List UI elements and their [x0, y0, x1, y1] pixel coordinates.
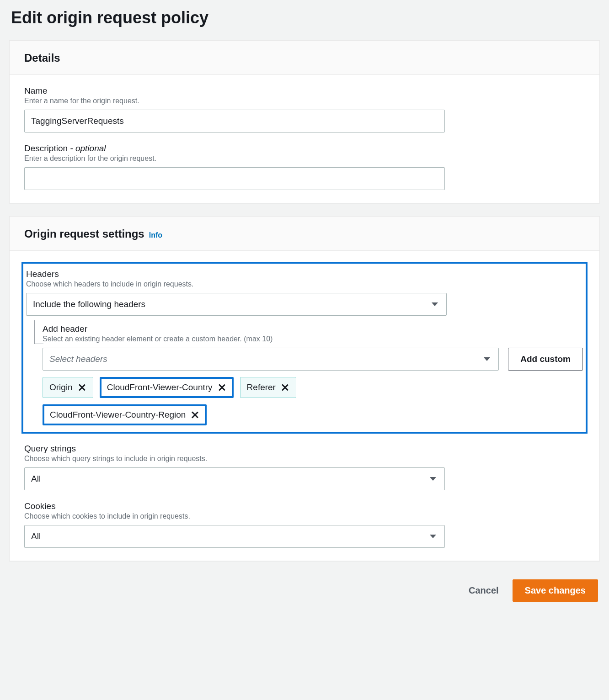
add-header-subsection: Add header Select an existing header ele… [26, 324, 583, 371]
cookies-select[interactable]: All [24, 525, 445, 548]
headers-select[interactable]: Include the following headers [26, 293, 447, 316]
query-strings-label: Query strings [24, 444, 585, 454]
cookies-hint: Choose which cookies to include in origi… [24, 512, 585, 520]
settings-heading: Origin request settings [24, 228, 144, 240]
close-icon[interactable] [280, 383, 289, 392]
select-headers-placeholder: Select headers [49, 354, 107, 364]
settings-panel: Origin request settings Info Headers Cho… [9, 216, 600, 561]
page-title: Edit origin request policy [9, 0, 600, 40]
connector-line [34, 320, 43, 344]
cookies-field: Cookies Choose which cookies to include … [24, 501, 585, 548]
chevron-down-icon [430, 477, 436, 481]
close-icon[interactable] [77, 383, 86, 392]
name-field: Name Enter a name for the origin request… [24, 86, 585, 133]
description-input[interactable] [24, 167, 445, 190]
query-strings-select-value: All [31, 474, 41, 484]
query-strings-field: Query strings Choose which query strings… [24, 444, 585, 490]
select-headers-dropdown[interactable]: Select headers [43, 348, 499, 371]
details-panel: Details Name Enter a name for the origin… [9, 40, 600, 203]
description-field: Description - optional Enter a descripti… [24, 143, 585, 190]
save-button[interactable]: Save changes [513, 579, 598, 602]
name-label: Name [24, 86, 585, 96]
name-input[interactable] [24, 110, 445, 133]
cookies-label: Cookies [24, 501, 585, 511]
headers-highlight: Headers Choose which headers to include … [21, 262, 588, 434]
cancel-button[interactable]: Cancel [465, 579, 502, 602]
chevron-down-icon [432, 302, 438, 306]
header-tag-label: CloudFront-Viewer-Country-Region [50, 410, 186, 420]
query-strings-hint: Choose which query strings to include in… [24, 455, 585, 463]
settings-header: Origin request settings Info [10, 217, 599, 251]
add-header-hint: Select an existing header element or cre… [43, 335, 583, 343]
add-header-label: Add header [43, 324, 583, 334]
headers-label: Headers [26, 269, 583, 279]
chevron-down-icon [430, 535, 436, 538]
header-tags-row-2: CloudFront-Viewer-Country-Region [26, 404, 583, 425]
close-icon[interactable] [190, 410, 199, 419]
header-tag-origin: Origin [43, 377, 93, 398]
info-link[interactable]: Info [149, 231, 162, 239]
header-tag-label: Origin [49, 382, 73, 392]
header-tag-cloudfront-viewer-country: CloudFront-Viewer-Country [100, 377, 234, 398]
description-label-text: Description [24, 143, 68, 153]
headers-hint: Choose which headers to include in origi… [26, 280, 583, 288]
details-header: Details [10, 41, 599, 75]
header-tag-referer: Referer [240, 377, 296, 398]
header-tag-cloudfront-viewer-country-region: CloudFront-Viewer-Country-Region [43, 404, 207, 425]
header-tag-label: CloudFront-Viewer-Country [107, 382, 213, 392]
headers-select-value: Include the following headers [33, 299, 145, 309]
details-heading: Details [24, 52, 60, 64]
add-custom-button[interactable]: Add custom [508, 348, 583, 371]
query-strings-select[interactable]: All [24, 467, 445, 490]
description-hint: Enter a description for the origin reque… [24, 154, 585, 163]
chevron-down-icon [484, 357, 490, 361]
header-tags-row-1: Origin CloudFront-Viewer-Country Referer [26, 377, 583, 398]
close-icon[interactable] [217, 383, 226, 392]
description-optional: - optional [70, 143, 106, 153]
name-hint: Enter a name for the origin request. [24, 97, 585, 105]
header-tag-label: Referer [247, 382, 276, 392]
description-label: Description - optional [24, 143, 585, 154]
footer-actions: Cancel Save changes [9, 574, 600, 607]
cookies-select-value: All [31, 531, 41, 541]
